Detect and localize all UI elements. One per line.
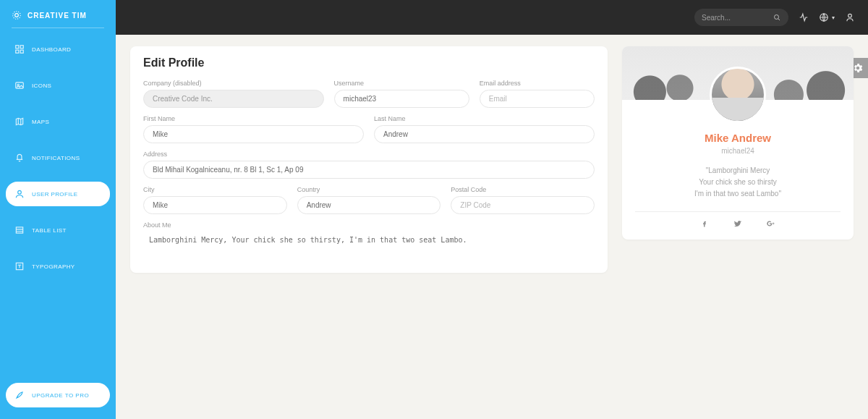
sidebar: CREATIVE TIM DASHBOARD ICONS MAPS NOTIFI… [0, 0, 116, 419]
search-input[interactable] [702, 14, 767, 22]
user-icon [14, 189, 25, 199]
upgrade-button[interactable]: UPGRADE TO PRO [6, 383, 110, 407]
svg-rect-5 [20, 50, 23, 53]
brand-logo-icon [12, 10, 22, 20]
google-plus-icon[interactable] [766, 219, 776, 228]
sidebar-item-icons[interactable]: ICONS [6, 73, 110, 98]
sidebar-item-label: DASHBOARD [32, 46, 71, 53]
label-postal: Postal Code [451, 186, 595, 193]
sidebar-item-label: ICONS [32, 82, 51, 89]
label-lastname: Last Name [374, 115, 595, 122]
chevron-down-icon: ▾ [832, 14, 835, 21]
sidebar-item-notifications[interactable]: NOTIFICATIONS [6, 145, 110, 170]
list-icon [14, 225, 25, 235]
profile-handle: michael24 [622, 147, 854, 155]
label-country: Country [297, 186, 441, 193]
sidebar-item-label: MAPS [32, 119, 49, 125]
sidebar-item-user-profile[interactable]: USER PROFILE [6, 182, 110, 206]
svg-rect-3 [20, 46, 23, 48]
svg-point-8 [18, 190, 22, 194]
label-company: Company (disabled) [143, 80, 324, 87]
brand-name: CREATIVE TIM [27, 12, 87, 20]
svg-point-11 [775, 15, 779, 20]
email-field[interactable] [480, 90, 595, 108]
about-field[interactable] [143, 232, 595, 248]
content: Edit Profile Company (disabled) Username… [116, 35, 868, 419]
divider [635, 211, 841, 212]
sidebar-item-label: USER PROFILE [32, 191, 77, 198]
city-field[interactable] [143, 196, 287, 214]
label-city: City [143, 186, 287, 193]
profile-summary-card: Mike Andrew michael24 "Lamborghini Mercy… [622, 46, 854, 240]
address-field[interactable] [143, 161, 595, 179]
profile-quote: "Lamborghini Mercy Your chick she so thi… [638, 165, 838, 200]
label-about: About Me [143, 221, 595, 229]
svg-rect-4 [16, 50, 19, 53]
username-field[interactable] [334, 90, 469, 108]
sidebar-item-label: TYPOGRAPHY [32, 263, 75, 270]
text-icon [14, 261, 25, 271]
upgrade-label: UPGRADE TO PRO [32, 392, 89, 399]
bell-icon [14, 153, 25, 163]
map-icon [14, 117, 25, 127]
svg-point-13 [848, 14, 852, 17]
quote-line: Your chick she so thirsty [638, 177, 838, 188]
avatar [710, 67, 766, 123]
sidebar-item-maps[interactable]: MAPS [6, 109, 110, 134]
lastname-field[interactable] [374, 125, 595, 143]
sidebar-item-typography[interactable]: TYPOGRAPHY [6, 254, 110, 279]
account-icon[interactable] [845, 12, 855, 22]
country-field[interactable] [297, 196, 441, 214]
sidebar-nav: DASHBOARD ICONS MAPS NOTIFICATIONS USER … [0, 37, 116, 279]
brand[interactable]: CREATIVE TIM [0, 6, 116, 27]
company-field [143, 90, 324, 108]
label-email: Email address [480, 80, 595, 87]
activity-icon[interactable] [799, 12, 809, 22]
twitter-icon[interactable] [733, 219, 743, 228]
label-address: Address [143, 151, 595, 158]
grid-icon [14, 44, 25, 54]
svg-point-0 [15, 14, 19, 17]
quote-line: "Lamborghini Mercy [638, 165, 838, 177]
page-title: Edit Profile [143, 56, 595, 69]
label-username: Username [334, 80, 469, 87]
postal-field[interactable] [451, 196, 595, 214]
social-links [622, 219, 854, 228]
profile-name: Mike Andrew [622, 132, 854, 144]
sidebar-item-table-list[interactable]: TABLE LIST [6, 218, 110, 242]
sidebar-item-label: TABLE LIST [32, 227, 67, 234]
search-box[interactable] [694, 9, 788, 26]
rocket-icon [14, 390, 25, 400]
quote-line: I'm in that two seat Lambo" [638, 188, 838, 200]
label-firstname: First Name [143, 115, 364, 122]
facebook-icon[interactable] [699, 219, 710, 228]
svg-rect-9 [16, 227, 22, 233]
globe-dropdown[interactable]: ▾ [819, 12, 835, 22]
topbar: ▾ [116, 0, 868, 35]
divider [12, 27, 104, 28]
sidebar-item-dashboard[interactable]: DASHBOARD [6, 37, 110, 62]
search-icon[interactable] [773, 13, 781, 22]
svg-rect-2 [16, 46, 19, 48]
svg-point-1 [13, 12, 21, 20]
image-icon [14, 80, 25, 90]
firstname-field[interactable] [143, 125, 364, 143]
sidebar-item-label: NOTIFICATIONS [32, 155, 80, 161]
edit-profile-card: Edit Profile Company (disabled) Username… [130, 46, 608, 273]
